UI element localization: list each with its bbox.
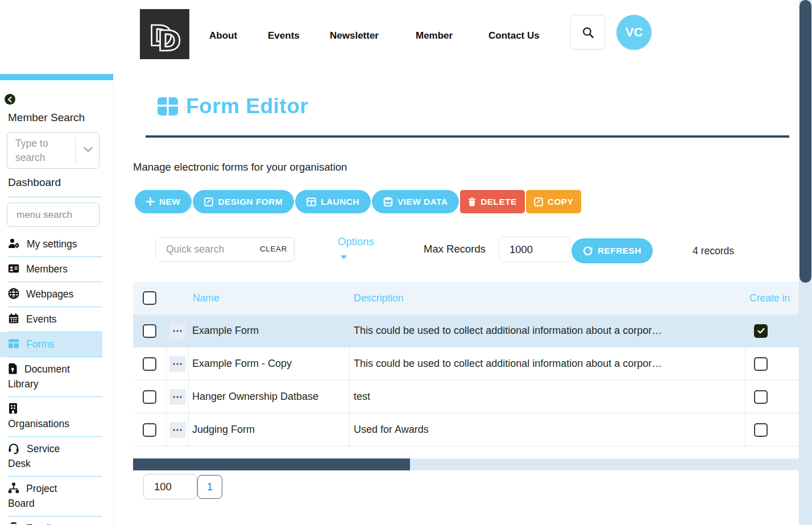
button-label: LAUNCH [321, 197, 359, 207]
sidebar-item-project-board[interactable]: Project Board [0, 477, 102, 516]
row-checkbox[interactable] [143, 423, 156, 437]
page-1-button[interactable]: 1 [197, 475, 222, 499]
user-avatar[interactable]: VC [616, 15, 652, 50]
document-icon [8, 363, 18, 374]
header-search-button[interactable] [570, 15, 605, 49]
quick-search-box: CLEAR [155, 237, 295, 262]
cell-name: Example Form - Copy [188, 348, 349, 380]
column-header-create-in[interactable]: Create in [745, 282, 799, 315]
create-in-checkbox[interactable] [754, 357, 768, 371]
sidebar-item-email-templates[interactable]: Email Templates [0, 516, 102, 525]
id-card-icon [8, 263, 19, 274]
button-label: COPY [548, 197, 574, 207]
launch-button[interactable]: LAUNCH [295, 190, 371, 213]
row-checkbox[interactable] [143, 357, 156, 371]
column-header-description[interactable]: Description [349, 282, 745, 315]
cell-description: This could be used to collect additional… [349, 315, 745, 347]
button-label: VIEW DATA [397, 197, 448, 207]
search-icon [582, 26, 594, 39]
sidebar-item-service-desk[interactable]: Service Desk [0, 437, 102, 477]
row-checkbox[interactable] [143, 390, 156, 404]
chevron-left-icon [7, 97, 13, 102]
nav-about[interactable]: About [209, 30, 237, 42]
button-label: DELETE [480, 197, 517, 207]
database-icon [383, 197, 393, 206]
table-header-row: Name Description Create in [133, 282, 799, 315]
table-row[interactable]: Hanger Ownership Datbase test [133, 381, 799, 414]
member-search-placeholder: Type to search [15, 137, 69, 165]
nav-contact-us[interactable]: Contact Us [488, 30, 540, 42]
sidebar-item-forms[interactable]: Forms [0, 332, 102, 357]
row-menu-button[interactable] [169, 323, 186, 339]
trash-icon [468, 197, 476, 206]
sidebar-item-label: Forms [26, 338, 55, 350]
clear-button[interactable]: CLEAR [260, 245, 287, 253]
action-toolbar: NEW DESIGN FORM LAUNCH VIEW DATA DELETE [135, 190, 581, 213]
sidebar-item-organisations[interactable]: Organisations [0, 397, 102, 437]
member-search-heading: Member Search [8, 111, 85, 124]
ellipsis-icon [173, 330, 182, 332]
sidebar-menu: My settings Members Webpages [0, 232, 102, 525]
max-records-input[interactable] [499, 237, 570, 262]
max-records-label: Max Records [424, 243, 486, 255]
title-divider [146, 135, 789, 138]
copy-button[interactable]: COPY [526, 190, 582, 213]
new-button[interactable]: NEW [135, 190, 192, 213]
nav-events[interactable]: Events [268, 30, 300, 42]
design-form-button[interactable]: DESIGN FORM [193, 190, 294, 213]
table-row[interactable]: Example Form - Copy This could be used t… [133, 348, 799, 381]
sidebar-collapse-button[interactable] [5, 94, 15, 105]
sidebar-item-webpages[interactable]: Webpages [0, 282, 102, 307]
member-search-combobox[interactable]: Type to search [7, 132, 100, 169]
sidebar-item-events[interactable]: Events [0, 307, 102, 332]
nav-member[interactable]: Member [416, 30, 453, 42]
pen-square-icon [204, 197, 213, 206]
building-icon [8, 403, 18, 414]
sidebar-item-dashboard[interactable]: Dashboard [8, 176, 61, 189]
vertical-scrollbar-thumb[interactable] [799, 0, 811, 283]
button-label: NEW [159, 197, 180, 207]
ellipsis-icon [173, 396, 182, 398]
table-icon [306, 197, 316, 206]
create-in-checkbox[interactable] [754, 423, 768, 437]
row-menu-button[interactable] [169, 389, 186, 405]
sidebar-item-document-library[interactable]: Document Library [0, 357, 102, 397]
pen-square-icon [534, 197, 543, 206]
quick-search-input[interactable] [156, 238, 255, 261]
sitemap-icon [8, 482, 19, 494]
create-in-checkbox[interactable] [754, 324, 768, 338]
row-menu-button[interactable] [169, 356, 186, 372]
sidebar-item-my-settings[interactable]: My settings [0, 232, 102, 257]
table-row[interactable]: Judging Form Used for Awards [133, 414, 799, 447]
table-icon [8, 338, 19, 349]
horizontal-scrollbar-thumb[interactable] [133, 458, 410, 470]
cell-description: Used for Awards [349, 414, 745, 446]
row-menu-button[interactable] [169, 422, 186, 438]
sidebar-accent-bar [0, 74, 114, 80]
button-label: REFRESH [598, 246, 641, 256]
row-checkbox[interactable] [143, 324, 156, 338]
sidebar-item-members[interactable]: Members [0, 257, 102, 282]
column-header-name[interactable]: Name [188, 282, 349, 315]
nav-newsletter[interactable]: Newsletter [330, 30, 379, 42]
options-dropdown[interactable]: Options [338, 235, 374, 248]
view-data-button[interactable]: VIEW DATA [372, 190, 459, 213]
refresh-button[interactable]: REFRESH [571, 238, 653, 263]
page-title-row: Form Editor [157, 94, 308, 118]
page-size-input[interactable] [143, 474, 197, 499]
page-subtitle: Manage electronic forms for your organis… [133, 161, 347, 173]
horizontal-scrollbar[interactable] [133, 458, 799, 470]
sidebar-item-label: Webpages [26, 288, 73, 300]
menu-search-input[interactable] [7, 202, 100, 227]
sidebar-item-label: My settings [27, 238, 77, 250]
select-all-checkbox[interactable] [143, 291, 156, 305]
sidebar: Member Search Type to search Dashboard M… [0, 74, 114, 525]
create-in-checkbox[interactable] [754, 390, 768, 404]
table-row[interactable]: Example Form This could be used to colle… [133, 315, 799, 348]
vertical-scrollbar[interactable] [799, 0, 812, 525]
site-logo[interactable]: D D [140, 9, 189, 59]
sidebar-item-label: Members [26, 263, 68, 275]
delete-button[interactable]: DELETE [460, 190, 525, 213]
page-title: Form Editor [186, 94, 308, 118]
form-editor-icon [157, 96, 179, 117]
